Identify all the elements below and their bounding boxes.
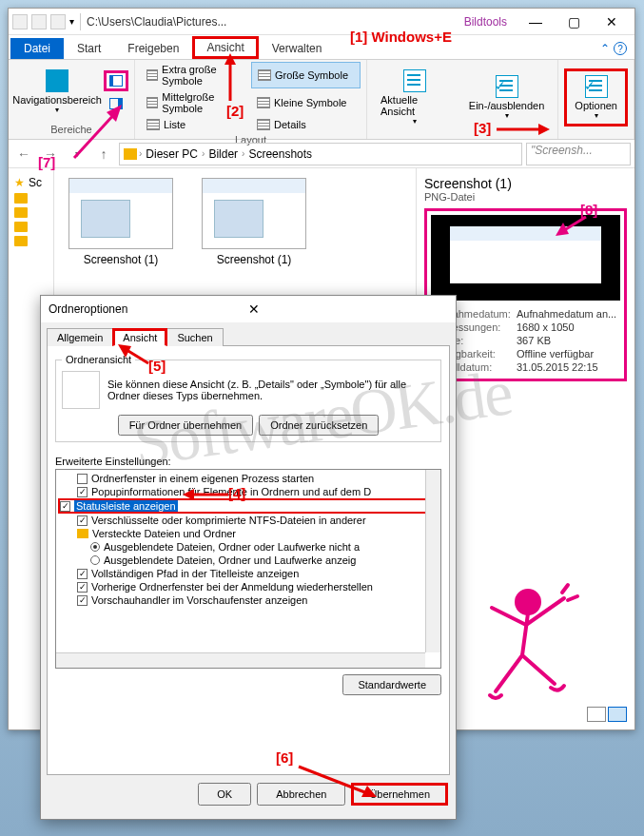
navbar: ← → ▾ ↑ › Dieser PC› Bilder› Screenshots… bbox=[9, 140, 634, 168]
dialog-titlebar: Ordneroptionen ✕ bbox=[41, 296, 456, 322]
cancel-button[interactable]: Abbrechen bbox=[257, 783, 345, 806]
apply-button[interactable]: Übernehmen bbox=[351, 783, 448, 806]
layout-small[interactable]: Kleine Symbole bbox=[251, 89, 361, 116]
dialog-close-button[interactable]: ✕ bbox=[248, 301, 448, 317]
advanced-settings-label: Erweiterte Einstellungen: bbox=[55, 456, 441, 467]
folder-icon bbox=[124, 148, 137, 160]
folder-view-icon bbox=[62, 371, 100, 409]
folder-icon bbox=[14, 207, 28, 218]
folder-icon bbox=[14, 236, 28, 246]
qat-new-icon[interactable] bbox=[50, 14, 66, 29]
help-icon[interactable]: ? bbox=[614, 42, 627, 55]
svg-line-20 bbox=[562, 585, 568, 593]
thumbnail-image bbox=[68, 178, 173, 249]
options-button[interactable]: Optionen▾ bbox=[564, 68, 628, 126]
svg-line-21 bbox=[568, 596, 577, 600]
tab-ansicht[interactable]: Ansicht bbox=[192, 36, 258, 59]
preview-pane-button[interactable] bbox=[104, 70, 128, 91]
ribbon: Navigationsbereich ▾ Bereiche Extra groß… bbox=[9, 60, 634, 140]
layout-list[interactable]: Liste bbox=[141, 117, 250, 132]
ribbon-expand-icon[interactable]: ⌃ bbox=[600, 42, 610, 55]
titlebar: ▾ C:\Users\Claudia\Pictures... Bildtools… bbox=[9, 9, 634, 35]
checkbox[interactable] bbox=[77, 595, 88, 606]
tab-verwalten[interactable]: Verwalten bbox=[259, 38, 336, 59]
reset-folders-button[interactable]: Ordner zurücksetzen bbox=[259, 415, 379, 436]
preview-filetype: PNG-Datei bbox=[424, 191, 627, 203]
defaults-button[interactable]: Standardwerte bbox=[342, 674, 441, 695]
up-button[interactable]: ↑ bbox=[92, 143, 115, 165]
layout-extra-large[interactable]: Extra große Symbole bbox=[141, 62, 250, 88]
file-thumbnail[interactable]: Screenshot (1) bbox=[64, 178, 178, 266]
folder-view-group: Ordneransicht Sie können diese Ansicht (… bbox=[55, 354, 441, 442]
radio[interactable] bbox=[90, 555, 100, 565]
scrollbar-horizontal[interactable] bbox=[56, 652, 425, 668]
window-path: C:\Users\Claudia\Pictures... bbox=[87, 15, 455, 29]
checkbox[interactable] bbox=[77, 487, 88, 497]
svg-line-19 bbox=[522, 655, 555, 684]
star-icon: ★ bbox=[14, 176, 25, 189]
dialog-tab-ansicht[interactable]: Ansicht bbox=[112, 328, 167, 346]
sidebar-folder[interactable] bbox=[14, 205, 48, 220]
svg-point-14 bbox=[517, 591, 539, 613]
navigation-pane-button[interactable]: Navigationsbereich ▾ bbox=[14, 69, 100, 114]
layout-medium[interactable]: Mittelgroße Symbole bbox=[141, 89, 250, 116]
checkbox[interactable] bbox=[77, 515, 88, 526]
qat-props-icon[interactable] bbox=[31, 14, 47, 29]
folder-icon bbox=[77, 529, 88, 538]
thumbnail-image bbox=[202, 178, 306, 249]
statusbar-view-buttons bbox=[587, 707, 627, 722]
ribbon-tabs: Datei Start Freigeben Ansicht Verwalten … bbox=[9, 35, 634, 60]
minimize-button[interactable]: — bbox=[517, 10, 555, 33]
dialog-tab-suchen[interactable]: Suchen bbox=[166, 328, 223, 346]
layout-details[interactable]: Details bbox=[251, 117, 361, 132]
details-pane-button[interactable] bbox=[104, 93, 128, 114]
maximize-button[interactable]: ▢ bbox=[555, 10, 593, 33]
sidebar-quick-access[interactable]: ★Sc bbox=[14, 174, 48, 191]
tab-datei[interactable]: Datei bbox=[10, 38, 64, 59]
tab-start[interactable]: Start bbox=[64, 38, 114, 59]
folder-options-dialog: Ordneroptionen ✕ Allgemein Ansicht Suche… bbox=[40, 295, 457, 820]
search-input[interactable]: "Screensh... bbox=[526, 143, 631, 165]
address-bar[interactable]: › Dieser PC› Bilder› Screenshots bbox=[119, 143, 522, 165]
file-thumbnail[interactable]: Screenshot (1) bbox=[197, 178, 311, 266]
current-view-button[interactable]: Aktuelle Ansicht▾ bbox=[373, 66, 458, 129]
radio[interactable] bbox=[90, 542, 100, 552]
sidebar-folder[interactable] bbox=[14, 220, 48, 234]
sidebar-folder[interactable] bbox=[14, 234, 48, 248]
folder-icon bbox=[14, 193, 28, 204]
options-icon bbox=[585, 75, 608, 98]
svg-line-18 bbox=[496, 655, 522, 691]
apply-to-folders-button[interactable]: Für Ordner übernehmen bbox=[118, 415, 254, 436]
forward-button[interactable]: → bbox=[39, 143, 62, 165]
dialog-tab-allgemein[interactable]: Allgemein bbox=[47, 328, 113, 346]
tab-freigeben[interactable]: Freigeben bbox=[114, 38, 192, 59]
ok-button[interactable]: OK bbox=[198, 783, 251, 806]
scrollbar-vertical[interactable] bbox=[425, 470, 440, 652]
contextual-tab[interactable]: Bildtools bbox=[455, 13, 517, 30]
close-button[interactable]: ✕ bbox=[593, 10, 631, 33]
checkbox-statusleiste[interactable] bbox=[60, 501, 70, 512]
checkbox[interactable] bbox=[77, 474, 88, 484]
layout-large[interactable]: Große Symbole bbox=[251, 62, 361, 88]
history-dropdown[interactable]: ▾ bbox=[66, 143, 88, 165]
qat-dropdown-icon[interactable]: ▾ bbox=[69, 16, 74, 27]
svg-line-15 bbox=[522, 613, 528, 655]
show-hide-icon bbox=[496, 75, 518, 98]
checkbox[interactable] bbox=[77, 569, 88, 579]
view-thumbnails-button[interactable] bbox=[608, 707, 627, 722]
preview-image bbox=[431, 215, 620, 301]
folder-icon bbox=[12, 14, 28, 29]
preview-title: Screenshot (1) bbox=[424, 176, 627, 191]
folder-icon bbox=[14, 222, 28, 232]
checkbox[interactable] bbox=[77, 582, 88, 593]
back-button[interactable]: ← bbox=[12, 143, 35, 165]
sidebar-folder[interactable] bbox=[14, 191, 48, 205]
show-hide-button[interactable]: Ein-/ausblenden▾ bbox=[461, 71, 553, 124]
view-details-button[interactable] bbox=[587, 707, 606, 722]
advanced-settings-tree[interactable]: Ordnerfenster in einem eigenen Prozess s… bbox=[55, 469, 441, 669]
stick-figure bbox=[473, 579, 587, 712]
navigation-pane-icon bbox=[46, 69, 68, 92]
current-view-icon bbox=[403, 69, 426, 92]
